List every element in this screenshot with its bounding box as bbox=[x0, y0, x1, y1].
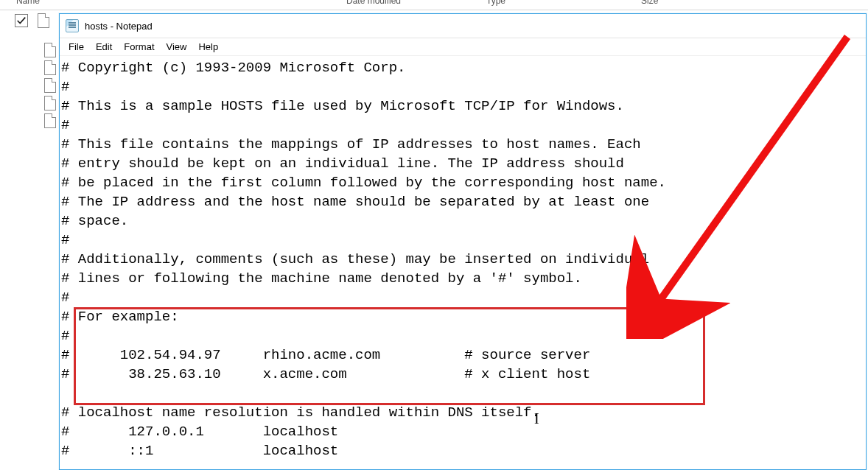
col-size[interactable]: Size bbox=[641, 0, 658, 6]
editor-line: # The IP address and the host name shoul… bbox=[61, 192, 864, 211]
file-icon[interactable] bbox=[44, 113, 56, 128]
menu-format[interactable]: Format bbox=[118, 40, 160, 54]
menu-file[interactable]: File bbox=[63, 40, 90, 54]
editor-line: # 127.0.0.1 localhost bbox=[61, 422, 864, 441]
file-icon[interactable] bbox=[44, 60, 56, 75]
notepad-window: hosts - Notepad File Edit Format View He… bbox=[59, 13, 867, 470]
col-date[interactable]: Date modified bbox=[346, 0, 401, 6]
file-icon[interactable] bbox=[44, 43, 56, 57]
editor-line: # This is a sample HOSTS file used by Mi… bbox=[61, 97, 864, 116]
select-all-checkbox[interactable] bbox=[15, 14, 28, 27]
menu-edit[interactable]: Edit bbox=[90, 40, 118, 54]
editor-line: # space. bbox=[61, 211, 864, 231]
titlebar[interactable]: hosts - Notepad bbox=[60, 14, 866, 38]
editor-line: # For example: bbox=[61, 307, 864, 326]
editor-line: # bbox=[61, 326, 864, 346]
editor-line: # This file contains the mappings of IP … bbox=[61, 135, 864, 154]
explorer-left-strip bbox=[0, 10, 59, 31]
menu-help[interactable]: Help bbox=[192, 40, 224, 54]
editor-line: # entry should be kept on an individual … bbox=[61, 154, 864, 173]
editor-line: # 38.25.63.10 x.acme.com # x client host bbox=[61, 365, 864, 384]
file-icon bbox=[38, 13, 49, 28]
editor-line: # Copyright (c) 1993-2009 Microsoft Corp… bbox=[61, 58, 864, 77]
editor-line: # localhost name resolution is handled w… bbox=[61, 403, 864, 422]
editor-line: # ::1 localhost bbox=[61, 441, 864, 460]
menubar: File Edit Format View Help bbox=[60, 38, 866, 56]
editor-line: # lines or following the machine name de… bbox=[61, 269, 864, 288]
window-title: hosts - Notepad bbox=[85, 21, 153, 32]
editor-line: # be placed in the first column followed… bbox=[61, 173, 864, 192]
editor-line: # bbox=[61, 288, 864, 307]
editor-line: # bbox=[61, 77, 864, 97]
editor-line: # bbox=[61, 231, 864, 250]
menu-view[interactable]: View bbox=[161, 40, 193, 54]
file-icon[interactable] bbox=[44, 78, 56, 93]
file-icon[interactable] bbox=[44, 96, 56, 111]
editor-line: # bbox=[61, 116, 864, 135]
editor-line bbox=[61, 384, 864, 403]
editor-line: # 102.54.94.97 rhino.acme.com # source s… bbox=[61, 346, 864, 365]
text-editor-area[interactable]: # Copyright (c) 1993-2009 Microsoft Corp… bbox=[60, 57, 866, 469]
notepad-app-icon bbox=[66, 19, 79, 32]
col-name[interactable]: Name bbox=[16, 0, 40, 6]
col-type[interactable]: Type bbox=[486, 0, 505, 6]
explorer-column-header: Name Date modified Type Size bbox=[0, 0, 868, 10]
editor-line: # Additionally, comments (such as these)… bbox=[61, 250, 864, 269]
